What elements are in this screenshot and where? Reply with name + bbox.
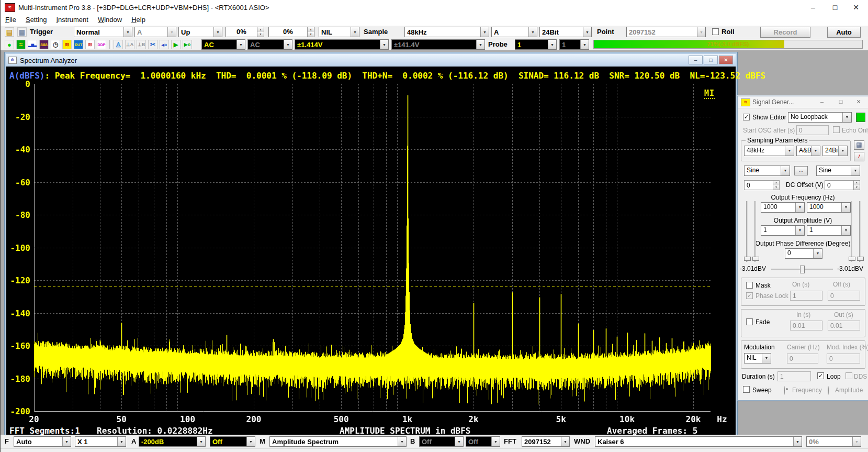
sg-sample-rate-select[interactable]: 48kHz▼ (744, 146, 794, 156)
play-icon[interactable]: ▶ (171, 40, 181, 49)
sample-channel-select[interactable]: A▼ (491, 27, 537, 37)
level-slider-b1[interactable] (851, 201, 852, 262)
dc-offset-a-spinner[interactable]: ▲▼ (773, 180, 780, 190)
modulation-select[interactable]: NIL▼ (744, 353, 771, 363)
frequency-b-select[interactable]: 1000▼ (807, 202, 851, 213)
multimeter-icon[interactable]: 888 (39, 40, 49, 49)
maximize-button[interactable]: □ (826, 2, 844, 13)
fade-out-input[interactable]: 0.01 (828, 321, 860, 330)
record-length-select[interactable]: 2097152▼ (626, 27, 706, 37)
sa-maximize-button[interactable]: □ (704, 56, 718, 64)
range-b-select[interactable]: ±141.4V▼ (391, 39, 485, 50)
mask-checkbox[interactable] (746, 282, 753, 289)
level-slider-b2-thumb[interactable] (857, 257, 864, 261)
mod-index-input[interactable]: 0 (827, 354, 860, 363)
fft-size-select[interactable]: 2097152▼ (522, 436, 570, 447)
level-slider-a1-thumb[interactable] (744, 257, 751, 261)
amplitude-b-select[interactable]: 1▼ (807, 225, 851, 236)
menu-help[interactable]: Help (127, 15, 150, 25)
duration-input[interactable]: 1 (777, 371, 811, 381)
trigger-delay-spinner[interactable]: 0%▲▼ (268, 27, 314, 37)
sg-channels-select[interactable]: A&B▼ (796, 146, 820, 156)
phase-difference-select[interactable]: 0▼ (785, 248, 822, 259)
sg-music-button[interactable]: ♪ (854, 152, 864, 161)
balance-slider-thumb[interactable] (800, 266, 805, 273)
data-logger-icon[interactable]: ◷ (51, 40, 60, 49)
start-osc-input[interactable]: 0 (796, 125, 829, 135)
waveform-a-select[interactable]: Sine▼ (744, 166, 790, 176)
oscilloscope-icon[interactable]: ≈ (16, 40, 26, 49)
menu-window[interactable]: Window (93, 15, 127, 25)
loop-play-icon[interactable]: ▶o (183, 40, 192, 49)
level-slider-a1[interactable] (746, 201, 748, 262)
b-ref-select[interactable]: Off▼ (466, 436, 500, 447)
range-a-select[interactable]: ±1.414V▼ (295, 39, 389, 50)
sample-bits-select[interactable]: 24Bit▼ (539, 27, 592, 37)
fade-in-input[interactable]: 0.01 (790, 321, 822, 330)
probe-b-select[interactable]: 1▼ (559, 39, 589, 50)
zeroing-b-icon[interactable]: ⊥B (137, 40, 146, 49)
sweep-frequency-radio[interactable] (784, 386, 785, 395)
trigger-edge-select[interactable]: Up▼ (178, 27, 222, 37)
balance-slider[interactable] (771, 269, 833, 270)
mask-on-input[interactable]: 1 (790, 291, 822, 301)
show-editor-checkbox[interactable]: ✓ (743, 114, 750, 120)
zeroing-a-icon[interactable]: ⊥A (125, 40, 134, 49)
sample-rate-select[interactable]: 48kHz▼ (404, 27, 489, 37)
carrier-input[interactable]: 0 (787, 354, 818, 363)
close-button[interactable]: ✕ (847, 2, 865, 13)
dds-checkbox[interactable] (846, 372, 852, 379)
trigger-level-spinner[interactable]: 0%▲▼ (226, 27, 264, 37)
menu-file[interactable]: File (1, 15, 21, 25)
mask-off-input[interactable]: 0 (828, 291, 860, 301)
hpf-select[interactable]: NIL▼ (319, 27, 359, 37)
menu-instrument[interactable]: Instrument (51, 15, 93, 25)
dc-offset-a-input[interactable]: 0 (744, 180, 773, 190)
frequency-a-select[interactable]: 1000▼ (761, 202, 805, 213)
window-function-select[interactable]: Kaiser 6▼ (595, 436, 802, 447)
level-slider-b1-thumb[interactable] (849, 257, 855, 261)
auto-button[interactable]: Auto (827, 27, 861, 38)
amp-ref-select[interactable]: Off▼ (210, 436, 255, 447)
dc-offset-b-spinner[interactable]: ▲▼ (854, 180, 860, 190)
coupling-a-select[interactable]: AC▼ (201, 39, 245, 50)
dc-offset-b-input[interactable]: 0 (825, 180, 854, 190)
run-stop-icon[interactable]: ● (5, 40, 14, 49)
open-icon[interactable]: ▤ (5, 27, 14, 37)
save-icon[interactable]: ▦ (17, 27, 27, 37)
sg-save-button[interactable]: ▦ (854, 140, 864, 150)
ddp-viewer-icon[interactable]: DDP (97, 40, 106, 49)
probe-a-select[interactable]: 1▼ (515, 39, 557, 50)
b-mode-select[interactable]: Off▼ (419, 436, 464, 447)
freq-zoom-select[interactable]: X 1▼ (75, 436, 126, 447)
minimize-button[interactable]: – (804, 2, 822, 13)
derived-data-icon[interactable]: ≋ (85, 40, 95, 49)
waveform-more-button[interactable]: ... (794, 166, 808, 175)
amp-range-select[interactable]: -200dB▼ (139, 436, 206, 447)
generator-run-button[interactable] (856, 113, 865, 122)
loop-checkbox[interactable]: ✓ (817, 372, 824, 379)
signal-generator-titlebar[interactable]: ≋ Signal Gener... – □ ✕ (738, 96, 868, 108)
math-select[interactable]: Amplitude Spectrum▼ (269, 436, 407, 447)
record-button[interactable]: Record (760, 27, 810, 38)
device-test-plan-icon[interactable]: DUT (74, 40, 83, 49)
sa-close-button[interactable]: ✕ (719, 56, 733, 64)
signal-generator-icon[interactable]: ≋ (62, 40, 72, 49)
freq-axis-select[interactable]: Auto▼ (14, 436, 71, 447)
level-slider-b2[interactable] (859, 201, 861, 262)
sg-minimize-button[interactable]: – (816, 98, 828, 106)
sweep-checkbox[interactable] (743, 386, 750, 393)
menu-setting[interactable]: Setting (21, 15, 51, 25)
fade-checkbox[interactable] (746, 318, 753, 325)
trigger-mode-select[interactable]: Normal▼ (74, 27, 132, 37)
overlap-select[interactable]: 0%▼ (806, 436, 861, 447)
coupling-b-select[interactable]: AC▼ (247, 39, 292, 50)
spectrum-analyzer-titlebar[interactable]: ılı Spectrum Analyzer – □ ✕ (6, 54, 736, 67)
level-slider-a2-thumb[interactable] (752, 257, 759, 261)
sa-minimize-button[interactable]: – (689, 56, 703, 64)
sound-device-icon[interactable]: ◂» (160, 40, 169, 49)
sg-maximize-button[interactable]: □ (835, 98, 847, 106)
echo-only-checkbox[interactable] (833, 126, 840, 133)
phase-lock-checkbox[interactable]: ✓ (746, 292, 753, 299)
sg-close-button[interactable]: ✕ (852, 98, 865, 106)
